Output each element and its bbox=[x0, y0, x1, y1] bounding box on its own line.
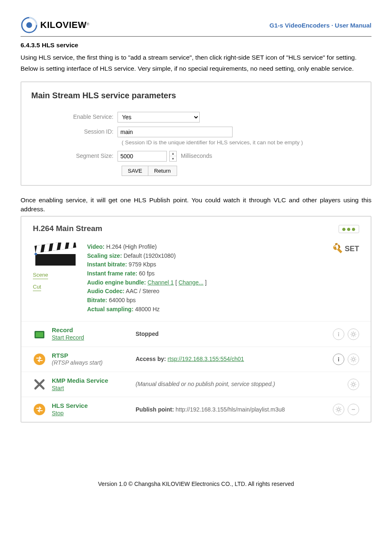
service-name: HLS Service bbox=[52, 402, 88, 410]
svg-line-31 bbox=[351, 357, 352, 358]
gear-icon[interactable] bbox=[333, 404, 344, 415]
svg-rect-25 bbox=[338, 358, 339, 361]
svg-line-52 bbox=[340, 407, 341, 408]
session-hint: ( Session ID is the unique identifier fo… bbox=[122, 139, 361, 147]
set-text: SET bbox=[345, 244, 359, 254]
scene-link[interactable]: Scene bbox=[33, 271, 48, 279]
arrows-icon bbox=[33, 353, 46, 366]
stream-panel-title: H.264 Main Stream bbox=[33, 223, 102, 234]
service-actions bbox=[348, 379, 359, 390]
svg-line-42 bbox=[355, 382, 356, 383]
service-status: Publish point: http://192.168.3.155/hls/… bbox=[136, 406, 333, 414]
segment-unit: Milliseconds bbox=[181, 152, 212, 160]
page-footer: Version 1.0 © Changsha KILOVIEW Electron… bbox=[21, 480, 371, 497]
paragraph: Once enabling service, it will get one H… bbox=[21, 196, 371, 213]
svg-line-21 bbox=[355, 332, 356, 333]
svg-rect-13 bbox=[338, 333, 339, 336]
cut-link[interactable]: Cut bbox=[33, 283, 41, 291]
segment-size-input[interactable] bbox=[118, 151, 167, 162]
info-icon[interactable] bbox=[333, 328, 344, 340]
channel-link[interactable]: Channel 1 bbox=[148, 279, 174, 286]
service-actions bbox=[333, 354, 359, 365]
page-header: KILOVIEW® G1-s VideoEncoders · User Manu… bbox=[21, 16, 371, 37]
service-status: (Manual disabled or no publish point, se… bbox=[136, 380, 348, 388]
change-link[interactable]: Change... bbox=[179, 279, 204, 286]
section-heading: 6.4.3.5 HLS service bbox=[21, 41, 371, 50]
gear-icon[interactable] bbox=[348, 379, 359, 390]
access-link[interactable]: rtsp://192.168.3.155:554/ch01 bbox=[168, 356, 244, 362]
gear-icon[interactable] bbox=[348, 354, 359, 365]
svg-point-26 bbox=[352, 358, 355, 361]
service-name: Record bbox=[52, 326, 84, 334]
service-sub: (RTSP always start) bbox=[52, 359, 103, 367]
svg-point-45 bbox=[337, 408, 340, 411]
service-row: RTSP(RTSP always start)Access by: rtsp:/… bbox=[21, 347, 371, 372]
svg-line-22 bbox=[351, 335, 352, 336]
svg-point-12 bbox=[338, 332, 339, 333]
more-button[interactable]: ●●● bbox=[339, 225, 359, 233]
cross-icon bbox=[33, 378, 46, 391]
svg-point-24 bbox=[338, 357, 339, 358]
panel-title: Main Stream HLS service parameters bbox=[31, 90, 361, 101]
info-dark-icon[interactable] bbox=[333, 354, 344, 365]
minus-icon[interactable] bbox=[348, 404, 359, 415]
service-actions bbox=[333, 404, 359, 415]
svg-point-14 bbox=[352, 333, 355, 335]
stream-panel: H.264 Main Stream ●●● bbox=[21, 216, 371, 423]
service-action-link[interactable]: Start bbox=[52, 385, 108, 392]
logo-icon bbox=[21, 16, 38, 34]
service-name: KMP Media Service bbox=[52, 377, 108, 385]
more-dots-icon: ●●● bbox=[341, 225, 356, 233]
svg-line-32 bbox=[355, 361, 356, 361]
svg-rect-2 bbox=[35, 254, 76, 266]
svg-line-53 bbox=[337, 411, 337, 412]
set-button[interactable]: SET bbox=[330, 243, 359, 256]
brand-text: KILOVIEW® bbox=[40, 19, 89, 32]
enable-label: Enable Service: bbox=[31, 113, 118, 121]
gear-icon[interactable] bbox=[348, 328, 359, 340]
svg-rect-11 bbox=[36, 332, 43, 337]
svg-line-50 bbox=[337, 407, 337, 408]
session-label: Session ID: bbox=[31, 128, 118, 136]
record-icon bbox=[33, 328, 46, 341]
svg-line-33 bbox=[355, 357, 356, 358]
service-row: HLS ServiceStopPublish point: http://192… bbox=[21, 397, 371, 422]
svg-line-40 bbox=[351, 382, 352, 383]
svg-line-20 bbox=[355, 335, 356, 336]
arrows-icon bbox=[33, 403, 46, 416]
service-status: Stopped bbox=[136, 330, 333, 338]
service-action-link[interactable]: Stop bbox=[52, 410, 88, 417]
svg-point-1 bbox=[26, 22, 32, 28]
segment-label: Segment Size: bbox=[31, 152, 118, 160]
doc-title: G1-s VideoEncoders · User Manual bbox=[270, 21, 371, 30]
svg-line-51 bbox=[340, 411, 341, 412]
svg-line-43 bbox=[351, 386, 352, 387]
svg-line-19 bbox=[351, 332, 352, 333]
chevron-up-icon[interactable]: ▲ bbox=[170, 151, 176, 157]
session-id-input[interactable] bbox=[118, 127, 233, 137]
paragraph: Using HLS service, the first thing is to… bbox=[21, 53, 371, 62]
wrench-icon bbox=[330, 243, 343, 256]
return-button[interactable]: Return bbox=[148, 166, 177, 176]
service-row: RecordStart RecordStopped bbox=[21, 321, 371, 347]
clapperboard: Scene Cut bbox=[33, 243, 78, 291]
service-row: KMP Media ServiceStart(Manual disabled o… bbox=[21, 372, 371, 397]
svg-point-35 bbox=[352, 383, 355, 386]
service-actions bbox=[333, 328, 359, 340]
stream-properties: Video: H.264 (High Profile)Scaling size:… bbox=[87, 243, 207, 314]
segment-stepper[interactable]: ▲▼ bbox=[169, 151, 177, 162]
service-status: Access by: rtsp://192.168.3.155:554/ch01 bbox=[136, 355, 333, 363]
hls-params-panel: Main Stream HLS service parameters Enabl… bbox=[21, 81, 371, 186]
svg-line-41 bbox=[355, 386, 356, 387]
service-action-link[interactable]: Start Record bbox=[52, 334, 84, 342]
svg-line-34 bbox=[351, 361, 352, 361]
brand-logo: KILOVIEW® bbox=[21, 16, 89, 34]
clapperboard-icon bbox=[33, 243, 78, 267]
chevron-down-icon[interactable]: ▼ bbox=[170, 156, 176, 161]
save-button[interactable]: SAVE bbox=[122, 166, 148, 176]
enable-service-select[interactable]: Yes bbox=[118, 112, 200, 123]
paragraph: Below is setting interface of HLS servic… bbox=[21, 64, 371, 73]
service-name: RTSP bbox=[52, 352, 103, 360]
svg-point-9 bbox=[35, 253, 37, 255]
